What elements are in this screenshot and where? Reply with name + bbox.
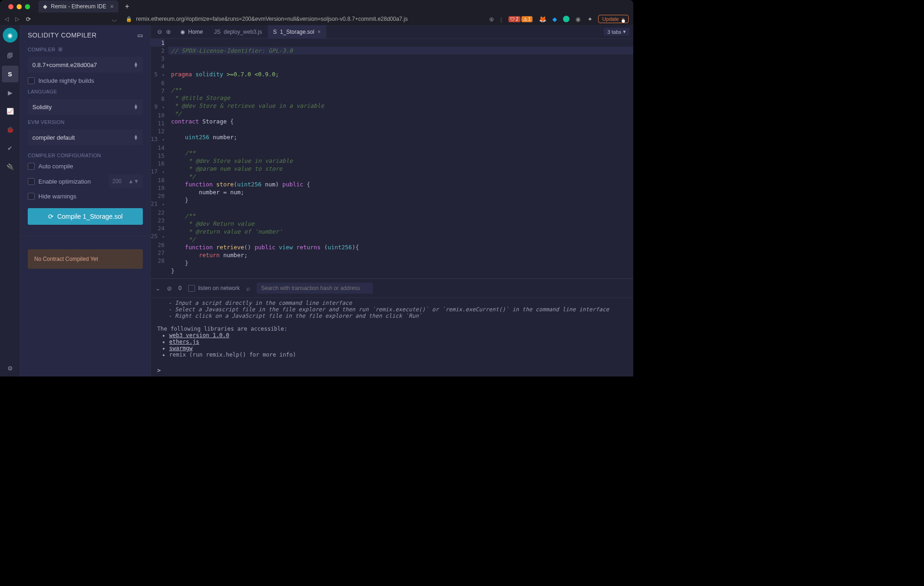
extensions-icon[interactable]: ✦ [586, 15, 594, 23]
main-area: ⊖ ⊕ ◉ Home JS deploy_web3.js S 1_Storage… [151, 25, 633, 376]
home-icon: ◉ [180, 29, 185, 35]
settings-icon[interactable]: ⚙ [2, 360, 18, 376]
docs-icon[interactable]: ▭ [137, 32, 143, 39]
lock-icon: 🔒 [126, 16, 132, 22]
listen-checkbox[interactable]: listen on network [188, 285, 240, 292]
evm-label: EVM VERSION [28, 119, 143, 125]
address-bar-row: ◁ ▷ ⟳ ◡ 🔒 remix.ethereum.org/#optimize=f… [0, 13, 633, 25]
plugin-icon[interactable]: 🔌 [2, 158, 18, 175]
zoom-in-icon[interactable]: ⊕ [166, 28, 171, 35]
window-controls [5, 4, 34, 9]
debugger-icon[interactable]: 🐞 [2, 121, 18, 138]
test-icon[interactable]: ✔ [2, 140, 18, 156]
compiler-label: COMPILER⊞ [28, 46, 143, 52]
code-editor[interactable]: 12345 ▾6789 ▾10111213 ▾14151617 ▾1819202… [151, 39, 633, 278]
maximize-window[interactable] [25, 4, 30, 9]
no-contract-msg: No Contract Compiled Yet [28, 249, 143, 269]
browser-tab[interactable]: ◆ Remix - Ethereum IDE × [38, 0, 118, 12]
ext-icon[interactable]: ◆ [551, 15, 558, 23]
remix-app: ◉ 🗐 S ▶ 📈 🐞 ✔ 🔌 ⚙ SOLIDITY COMPILER ▭ CO… [0, 25, 633, 376]
deploy-icon[interactable]: ▶ [2, 84, 18, 101]
panel-title: SOLIDITY COMPILER [28, 31, 97, 39]
close-tab-icon[interactable]: × [110, 3, 114, 10]
grammarly-icon[interactable] [563, 16, 569, 22]
zoom-icon[interactable]: ⊕ [489, 16, 494, 23]
browser-chrome: ◆ Remix - Ethereum IDE × + ◁ ▷ ⟳ ◡ 🔒 rem… [0, 0, 633, 25]
address-bar[interactable]: ◡ 🔒 remix.ethereum.org/#optimize=false&r… [37, 16, 483, 22]
ethers-link[interactable]: ethers.js [169, 339, 199, 345]
analysis-icon[interactable]: 📈 [2, 103, 18, 119]
zoom-out-icon[interactable]: ⊖ [157, 28, 162, 35]
autocompile-checkbox[interactable]: Auto compile [28, 163, 143, 170]
terminal-output: - Input a script directly in the command… [151, 298, 633, 364]
compiler-select[interactable]: 0.8.7+commit.e28d00a7 ▲▼ [28, 57, 143, 73]
compiler-icon[interactable]: S [2, 66, 18, 82]
tabs-dropdown[interactable]: 3 tabs▾ [604, 28, 630, 36]
deploy-tab[interactable]: JS deploy_web3.js [208, 25, 268, 39]
code-content[interactable]: // SPDX-License-Identifier: GPL-3.0 prag… [168, 39, 633, 278]
language-label: LANGUAGE [28, 89, 143, 94]
new-tab-button[interactable]: + [125, 2, 129, 11]
terminal: ⌄ ⊘ 0 listen on network ⌕ - Input a scri… [151, 278, 633, 376]
compile-button[interactable]: ⟳ Compile 1_Storage.sol [28, 208, 143, 225]
clear-icon[interactable]: ⊘ [167, 285, 172, 292]
metamask-icon[interactable]: 🦊 [539, 15, 546, 23]
line-gutter: 12345 ▾6789 ▾10111213 ▾14151617 ▾1819202… [151, 39, 168, 278]
terminal-toolbar: ⌄ ⊘ 0 listen on network ⌕ [151, 279, 633, 298]
forward-button[interactable]: ▷ [15, 16, 19, 22]
url-text: remix.ethereum.org/#optimize=false&runs=… [136, 16, 408, 22]
home-tab[interactable]: ◉ Home [175, 25, 208, 39]
hidewarnings-checkbox[interactable]: Hide warnings [28, 193, 143, 200]
file-explorer-icon[interactable]: 🗐 [2, 47, 18, 64]
bookmark-icon[interactable]: ◡ [112, 16, 116, 22]
tab-favicon: ◆ [43, 3, 47, 10]
optimization-checkbox[interactable]: Enable optimization 200 ▲▼ [28, 174, 143, 188]
back-button[interactable]: ◁ [5, 16, 9, 22]
ext-icon-2[interactable]: ◉ [574, 15, 581, 23]
minimize-window[interactable] [17, 4, 22, 9]
tab-title: Remix - Ethereum IDE [51, 3, 106, 10]
editor-tabs: ⊖ ⊕ ◉ Home JS deploy_web3.js S 1_Storage… [151, 25, 633, 39]
sol-icon: S [273, 29, 277, 35]
search-icon[interactable]: ⌕ [246, 285, 250, 292]
language-select[interactable]: Solidity ▲▼ [28, 99, 143, 115]
collapse-icon[interactable]: ⌄ [155, 285, 160, 292]
close-tab-icon[interactable]: × [318, 29, 321, 35]
refresh-icon: ⟳ [48, 213, 54, 220]
reload-button[interactable]: ⟳ [26, 16, 31, 23]
storage-tab[interactable]: S 1_Storage.sol × [268, 25, 326, 39]
pending-count: 0 [178, 285, 182, 291]
tab-bar: ◆ Remix - Ethereum IDE × + [0, 0, 633, 13]
icon-rail: ◉ 🗐 S ▶ 📈 🐞 ✔ 🔌 ⚙ [0, 25, 20, 376]
swarmgw-link[interactable]: swarmgw [169, 345, 193, 352]
evm-select[interactable]: compiler default ▲▼ [28, 130, 143, 145]
runs-input[interactable]: 200 ▲▼ [109, 174, 143, 188]
chevron-down-icon: ▾ [623, 29, 626, 35]
terminal-prompt[interactable]: > [151, 364, 633, 376]
nightly-checkbox[interactable]: Include nightly builds [28, 77, 143, 84]
js-icon: JS [214, 29, 220, 35]
config-label: COMPILER CONFIGURATION [28, 153, 143, 158]
close-window[interactable] [8, 4, 13, 9]
terminal-search[interactable] [257, 283, 373, 294]
shield-badges[interactable]: 🛡2 ⚠1 [508, 16, 532, 22]
remix-logo[interactable]: ◉ [3, 28, 18, 43]
compiler-panel: SOLIDITY COMPILER ▭ COMPILER⊞ 0.8.7+comm… [20, 25, 151, 376]
info-icon[interactable]: ⊞ [58, 46, 62, 52]
addon-indicator [622, 19, 625, 23]
web3-link[interactable]: web3 version 1.0.0 [169, 332, 229, 339]
